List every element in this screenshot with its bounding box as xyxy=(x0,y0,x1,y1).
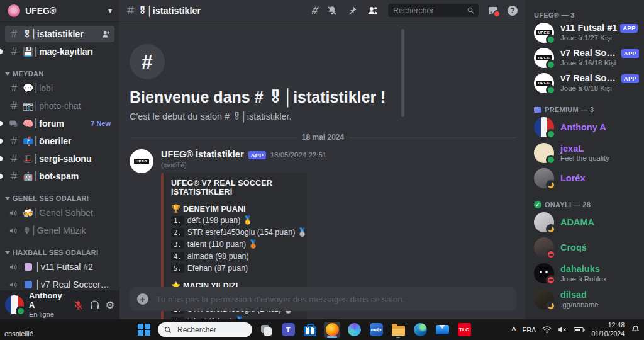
microsoft-store-icon[interactable] xyxy=(302,322,318,338)
member-row[interactable]: dilsad .gg/noname xyxy=(534,286,639,312)
search-input[interactable] xyxy=(392,6,463,16)
inbox-icon[interactable] xyxy=(487,5,499,16)
app-badge: APP xyxy=(621,49,639,57)
tray-chevron-up-icon[interactable]: ^ xyxy=(511,326,516,334)
idle-status-dot xyxy=(546,301,556,311)
taskbar-search[interactable] xyxy=(158,322,252,337)
message-composer[interactable]: + Tu n'as pas la permission d'envoyer de… xyxy=(130,287,516,311)
embed-section-header: 🏆 DENEYİM PUANI xyxy=(171,204,307,213)
member-activity: Joue à Roblox xyxy=(560,275,639,284)
avatar: UFEG xyxy=(534,23,554,43)
pin-icon[interactable] xyxy=(347,5,358,16)
notifications-muted-icon[interactable] xyxy=(326,5,338,16)
verified-check-icon: ✓ xyxy=(534,201,541,208)
member-row[interactable]: dahaluks Joue à Roblox xyxy=(534,260,639,286)
channel-sidebar: UFEG® ▾ # 🎖│istatistikler # 💾│maç-kayıtl… xyxy=(0,0,119,319)
channel-title: 🎖│istatistikler xyxy=(138,6,308,16)
wifi-icon[interactable] xyxy=(542,326,552,334)
sidebar-item-lobi[interactable]: # 💬│lobi xyxy=(5,80,114,96)
premium-badge-icon xyxy=(534,107,541,113)
sidebar-item-genel-sohbet[interactable]: 🍻│Genel Sohbet xyxy=(5,205,114,221)
sidebar-item-v7-real-soccer-1[interactable]: │v7 Real Soccer #1 xyxy=(5,276,114,290)
edge-icon[interactable] xyxy=(412,322,428,338)
mail-icon[interactable] xyxy=(434,322,450,338)
category-caret-icon xyxy=(5,197,10,200)
member-row[interactable]: UFEG v7 Real Soccer #2APP Joue à 0/18 Ki… xyxy=(534,71,639,96)
sidebar-item-v11-futsal-2[interactable]: │v11 Futsal #2 xyxy=(5,259,114,275)
hash-icon: # xyxy=(127,3,134,18)
message-timestamp: 18/05/2024 22:51 xyxy=(270,151,327,159)
file-explorer-icon[interactable] xyxy=(390,322,406,338)
hash-icon: # xyxy=(9,28,19,40)
avatar[interactable]: UFEG xyxy=(130,149,153,173)
scrollbar-thumb[interactable] xyxy=(401,29,404,117)
member-row[interactable]: Loréx xyxy=(534,166,639,191)
start-button[interactable] xyxy=(136,322,152,338)
headphones-icon[interactable] xyxy=(89,300,100,310)
member-row[interactable]: UFEG v11 Futsal #1APP Joue à 1/27 Kişi xyxy=(534,20,639,45)
notification-bell-icon[interactable] xyxy=(631,325,640,334)
online-status-dot xyxy=(16,306,26,316)
sidebar-item-oneriler[interactable]: # 📫│öneriler xyxy=(5,133,114,149)
member-row[interactable]: UFEG v7 Real Soccer #1APP Joue à 16/18 K… xyxy=(534,45,639,71)
member-activity: Joue à 16/18 Kişi xyxy=(560,59,639,68)
teams-icon[interactable]: T xyxy=(280,322,296,338)
battery-icon[interactable] xyxy=(574,326,585,334)
chat-header: # 🎖│istatistikler # xyxy=(119,0,525,21)
copilot-icon[interactable] xyxy=(346,322,362,338)
idle-status-dot xyxy=(546,224,556,234)
category-genel-ses[interactable]: GENEL SES ODALARI xyxy=(5,195,114,202)
hash-icon: # xyxy=(9,82,19,94)
language-indicator[interactable]: FRA xyxy=(522,326,536,334)
sidebar-item-mac-kayitlari[interactable]: # 💾│maç-kayıtları xyxy=(5,43,114,60)
windows-taskbar: ensoleillé T mdp TLC ^ FRA 12:4 xyxy=(0,319,644,340)
avatar xyxy=(534,143,554,163)
speaker-icon xyxy=(9,208,19,218)
message-scroll-area[interactable]: # Bienvenue dans # 🎖│istatistikler ! C'e… xyxy=(119,21,525,320)
task-view-button[interactable] xyxy=(258,322,274,338)
online-status-dot xyxy=(546,129,556,139)
tlc-app-icon[interactable]: TLC xyxy=(456,322,472,338)
chat-area: # 🎖│istatistikler # xyxy=(119,0,525,319)
current-user-name: Anthony A xyxy=(29,292,68,310)
member-row[interactable]: Anthony A xyxy=(534,115,639,140)
sidebar-item-sergi-salonu[interactable]: # 🎩│sergi-salonu xyxy=(5,150,114,167)
firefox-icon[interactable] xyxy=(324,322,340,338)
sidebar-item-forum[interactable]: 🧠│forum 7 New xyxy=(5,115,114,132)
member-group-ufeg: UFEG® — 3 xyxy=(534,11,639,19)
member-activity: Feel the quality xyxy=(560,154,639,163)
category-haxball-ses[interactable]: HAXBALL SES ODALARI xyxy=(5,249,114,256)
attach-plus-icon[interactable]: + xyxy=(137,293,148,305)
member-row[interactable]: jexaL Feel the quality xyxy=(534,140,639,166)
category-caret-icon xyxy=(5,251,10,254)
avatar xyxy=(534,117,554,137)
new-posts-badge: 7 New xyxy=(91,120,111,127)
invite-members-icon[interactable] xyxy=(101,30,111,39)
chevron-down-icon[interactable]: ▾ xyxy=(108,6,112,15)
message-author[interactable]: UFEG® İstatistikler xyxy=(161,149,244,159)
server-header[interactable]: UFEG® ▾ xyxy=(0,0,119,22)
sidebar-item-photo-chat[interactable]: # 📷│photo-chat xyxy=(5,98,114,114)
sidebar-item-bot-spam[interactable]: # 🤖│bot-spam xyxy=(5,168,114,184)
category-meydan[interactable]: MEYDAN xyxy=(5,70,114,77)
search-box[interactable] xyxy=(388,4,479,17)
member-row[interactable]: Croqś xyxy=(534,235,639,260)
sidebar-item-istatistikler[interactable]: # 🎖│istatistikler xyxy=(5,26,114,42)
avatar[interactable] xyxy=(5,295,24,314)
sidebar-item-genel-muzik[interactable]: 🎙│Genel Müzik xyxy=(5,222,114,239)
volume-muted-icon[interactable] xyxy=(558,326,567,334)
member-list-icon[interactable] xyxy=(367,5,379,16)
member-list: UFEG® — 3 UFEG v11 Futsal #1APP Joue à 1… xyxy=(525,0,644,319)
clock[interactable]: 12:48 01/10/2024 xyxy=(591,321,625,337)
threads-icon[interactable]: # xyxy=(312,4,318,17)
channel-welcome-hash-icon: # xyxy=(130,44,165,79)
weather-widget[interactable]: ensoleillé xyxy=(4,330,33,337)
leaderboard-row: 2.STR esref1453oglu (154 puan) 🥈 xyxy=(171,228,307,237)
search-icon xyxy=(467,6,475,14)
mdp-app-icon[interactable]: mdp xyxy=(368,322,384,338)
member-row[interactable]: ADAMA xyxy=(534,210,639,235)
gear-icon[interactable]: ⚙ xyxy=(106,299,114,311)
taskbar-search-input[interactable] xyxy=(176,325,242,335)
mic-muted-icon[interactable] xyxy=(73,300,84,310)
help-icon[interactable]: ? xyxy=(508,6,518,16)
